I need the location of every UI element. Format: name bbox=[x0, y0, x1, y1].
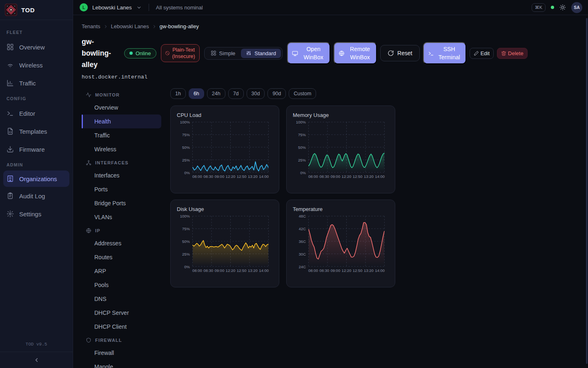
subnav-item-dhcp-server[interactable]: DHCP Server bbox=[82, 306, 161, 320]
x-tick-label: 12:20 bbox=[342, 174, 352, 179]
breadcrumb: TenantsLebowski Lanesgw-bowling-alley bbox=[82, 23, 588, 29]
status-badge-label: Online bbox=[136, 50, 151, 56]
subnav-item-vlans[interactable]: VLANs bbox=[82, 210, 161, 224]
subnav-item-overview[interactable]: Overview bbox=[82, 101, 161, 114]
x-tick-label: 13:20 bbox=[364, 174, 374, 179]
sidebar-item-firmware[interactable]: Firmware bbox=[0, 140, 73, 158]
subnav-item-bridge-ports[interactable]: Bridge Ports bbox=[82, 196, 161, 210]
chart-title: Memory Usage bbox=[293, 112, 389, 118]
button-label: Edit bbox=[481, 50, 490, 56]
x-tick-label: 12:20 bbox=[226, 174, 236, 179]
user-avatar[interactable]: SA bbox=[571, 2, 582, 13]
page-scrollbar[interactable] bbox=[586, 18, 588, 364]
activity-icon bbox=[86, 92, 91, 98]
subnav-item-dhcp-client[interactable]: DHCP Client bbox=[82, 320, 161, 334]
x-tick-label: 09:00 bbox=[330, 174, 340, 179]
time-range-24h[interactable]: 24h bbox=[207, 88, 225, 99]
y-tick-label: 42C bbox=[299, 227, 306, 231]
sidebar-item-templates[interactable]: Templates bbox=[0, 122, 73, 140]
subnav-item-firewall[interactable]: Firewall bbox=[82, 346, 161, 360]
trash-icon bbox=[501, 51, 506, 56]
chevron-right-icon bbox=[152, 24, 157, 29]
y-tick-label: 25% bbox=[298, 158, 306, 162]
subnav-item-mangle[interactable]: Mangle bbox=[82, 360, 161, 368]
terminal-icon bbox=[428, 50, 434, 56]
y-tick-label: 25% bbox=[182, 252, 190, 256]
topbar-right: ⌘K SA bbox=[532, 2, 582, 13]
page-title: gw-bowling-alley bbox=[82, 36, 120, 70]
subnav-item-interfaces[interactable]: Interfaces bbox=[82, 168, 161, 182]
globe-icon bbox=[339, 50, 345, 56]
breadcrumb-item[interactable]: Tenants bbox=[82, 23, 100, 29]
device-subnav: MONITOROverviewHealthTrafficWirelessINTE… bbox=[82, 88, 170, 368]
sidebar-item-audit-log[interactable]: Audit Log bbox=[0, 187, 73, 205]
time-range-1h[interactable]: 1h bbox=[170, 88, 186, 99]
view-mode-standard[interactable]: Standard bbox=[241, 49, 281, 58]
y-tick-label: 0% bbox=[184, 265, 190, 269]
subnav-item-routes[interactable]: Routes bbox=[82, 250, 161, 264]
subnav-item-addresses[interactable]: Addresses bbox=[82, 236, 161, 250]
sidebar-collapse-button[interactable] bbox=[0, 352, 73, 368]
chevron-down-icon bbox=[136, 5, 142, 10]
tenant-switcher[interactable]: L Lebowski Lanes All systems nominal bbox=[80, 3, 203, 11]
open-winbox-button[interactable]: Open WinBox bbox=[287, 42, 330, 64]
sidebar-item-wireless[interactable]: Wireless bbox=[0, 56, 73, 74]
subnav-section-firewall: FIREWALL bbox=[82, 334, 161, 346]
x-tick-label: 12:50 bbox=[353, 174, 363, 179]
subnav-item-dns[interactable]: DNS bbox=[82, 292, 161, 306]
app-root: TOD FLEETOverviewWirelessTrafficCONFIGEd… bbox=[0, 0, 588, 368]
y-tick-label: 50% bbox=[182, 239, 190, 244]
edit-button[interactable]: Edit bbox=[470, 48, 494, 59]
time-range-7d[interactable]: 7d bbox=[228, 88, 244, 99]
subnav-item-health[interactable]: Health bbox=[82, 114, 161, 128]
subnav-item-wireless[interactable]: Wireless bbox=[82, 142, 161, 156]
breadcrumb-item[interactable]: Lebowski Lanes bbox=[111, 23, 149, 29]
time-range-selector: 1h6h24h7d30d90dCustom bbox=[170, 88, 588, 99]
chart-plot-area: 48C42C36C30C24C bbox=[293, 216, 389, 267]
building-icon bbox=[7, 175, 14, 182]
tenant-name: Lebowski Lanes bbox=[92, 4, 132, 11]
sidebar-item-overview[interactable]: Overview bbox=[0, 38, 73, 56]
view-mode-label: Standard bbox=[254, 50, 276, 56]
y-tick-label: 100% bbox=[180, 214, 190, 218]
chart-card-cpu-load: CPU Load100%75%50%25%0%08:0008:3009:0012… bbox=[170, 105, 279, 193]
x-tick-label: 12:20 bbox=[342, 268, 352, 273]
y-axis-labels: 48C42C36C30C24C bbox=[293, 216, 308, 267]
time-range-30d[interactable]: 30d bbox=[247, 88, 265, 99]
time-range-90d[interactable]: 90d bbox=[267, 88, 286, 99]
time-range-6h[interactable]: 6h bbox=[189, 88, 204, 99]
sidebar-item-label: Settings bbox=[19, 211, 41, 218]
delete-button[interactable]: Delete bbox=[497, 48, 528, 59]
sidebar-item-organizations[interactable]: Organizations bbox=[3, 171, 69, 187]
view-mode-simple[interactable]: Simple bbox=[206, 49, 241, 58]
x-tick-label: 14:00 bbox=[259, 268, 269, 273]
subnav-item-traffic[interactable]: Traffic bbox=[82, 128, 161, 142]
x-axis-labels: 08:0008:3009:0012:2012:5013:2014:00 bbox=[308, 268, 385, 273]
sidebar-section-label: CONFIG bbox=[0, 92, 73, 104]
sidebar-item-editor[interactable]: Editor bbox=[0, 104, 73, 122]
x-tick-label: 09:00 bbox=[214, 174, 224, 179]
button-label: Delete bbox=[508, 50, 523, 56]
insecure-slash-icon bbox=[165, 51, 170, 56]
subnav-item-pools[interactable]: Pools bbox=[82, 278, 161, 292]
button-label: SSH Terminal bbox=[437, 45, 461, 62]
charts-column: 1h6h24h7d30d90dCustom CPU Load100%75%50%… bbox=[170, 88, 588, 287]
sidebar-item-traffic[interactable]: Traffic bbox=[0, 74, 73, 92]
x-tick-label: 13:20 bbox=[364, 268, 374, 273]
app-logo-icon bbox=[5, 4, 17, 16]
sidebar: TOD FLEETOverviewWirelessTrafficCONFIGEd… bbox=[0, 0, 73, 368]
monitor-icon bbox=[292, 50, 298, 56]
theme-toggle-sun-icon[interactable] bbox=[559, 4, 566, 11]
sidebar-item-settings[interactable]: Settings bbox=[0, 205, 73, 223]
network-icon bbox=[86, 160, 91, 166]
y-tick-label: 75% bbox=[182, 132, 190, 137]
subnav-item-ports[interactable]: Ports bbox=[82, 182, 161, 196]
subnav-item-arp[interactable]: ARP bbox=[82, 264, 161, 278]
reset-button[interactable]: Reset bbox=[380, 45, 420, 61]
remote-winbox-button[interactable]: Remote WinBox bbox=[334, 42, 377, 64]
time-range-custom[interactable]: Custom bbox=[289, 88, 316, 99]
ssh-terminal-button[interactable]: SSH Terminal bbox=[423, 42, 466, 64]
command-palette-shortcut[interactable]: ⌘K bbox=[532, 3, 546, 12]
chart-title: CPU Load bbox=[177, 112, 273, 118]
x-axis-labels: 08:0008:3009:0012:2012:5013:2014:00 bbox=[308, 174, 385, 179]
